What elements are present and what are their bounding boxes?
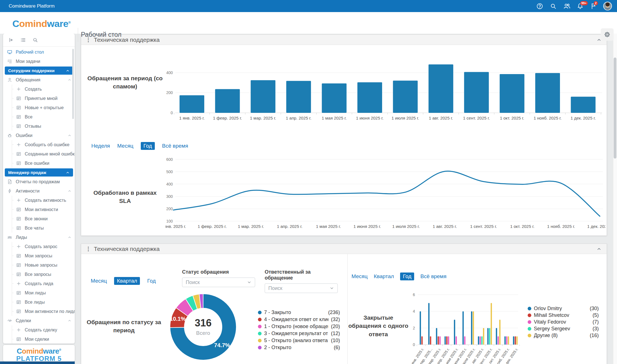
sidebar-child-item[interactable]: Создать	[3, 84, 75, 94]
legend-color-dot	[528, 327, 531, 331]
sidebar-child-item[interactable]: Принятые мной	[3, 94, 75, 103]
user-avatar[interactable]	[603, 2, 612, 10]
sidebar-item-label: Активности	[16, 189, 40, 194]
svg-text:1 апр. 2025 г.: 1 апр. 2025 г.	[286, 116, 311, 120]
filter-option[interactable]: Квартал	[114, 277, 140, 285]
sidebar-child-item[interactable]: Мои запросы	[3, 251, 75, 260]
filter-option[interactable]: Месяц	[351, 273, 368, 280]
flag-icon[interactable]: 2	[590, 2, 598, 10]
plus-icon	[16, 244, 22, 249]
filter-option[interactable]: Год	[141, 142, 155, 150]
collapse-chevron-icon[interactable]	[596, 246, 602, 252]
svg-text:1 июля 2025 г.: 1 июля 2025 г.	[392, 224, 420, 229]
legend-color-dot	[258, 339, 262, 342]
list-icon	[16, 151, 22, 157]
legend-item[interactable]: 1 - Открыто (новое обращение)(20)	[258, 323, 340, 330]
scrollbar-thumb[interactable]	[614, 58, 616, 159]
filter-option[interactable]: Всё время	[420, 273, 446, 280]
sidebar-scrollbar-thumb[interactable]	[72, 49, 74, 119]
sidebar-item-label: Все	[25, 115, 33, 120]
sidebar-child-item[interactable]: Создать запрос	[3, 242, 75, 251]
sidebar-child-item[interactable]: Создать лида	[3, 279, 75, 288]
notifications-bell-icon[interactable]: 99+	[576, 2, 584, 10]
menu-list-icon[interactable]	[20, 37, 26, 43]
sidebar-item-label: Создать лида	[25, 281, 53, 286]
filter-option[interactable]: Год	[400, 273, 414, 280]
filter-option[interactable]: Всё время	[162, 143, 188, 149]
legend-item[interactable]: 5 - Открыто (анализ ответа кли...(10)	[258, 337, 340, 344]
sidebar-child-item[interactable]: Создать активность	[3, 196, 75, 205]
status-filter-select[interactable]: Поиск	[182, 278, 255, 287]
sidebar-child-item[interactable]: Сообщить об ошибке	[3, 140, 75, 149]
sidebar-child-item[interactable]: Мои активности по лидам	[3, 307, 75, 316]
owner-filter-select[interactable]: Поиск	[265, 283, 338, 293]
legend-count: (7)	[593, 319, 599, 325]
main-content: ⋮ Техническая поддержка Обращения за пер…	[79, 34, 617, 364]
drag-handle-icon[interactable]: ⋮	[86, 246, 91, 251]
svg-text:200: 200	[166, 90, 173, 95]
filter-option[interactable]: Месяц	[117, 143, 133, 149]
svg-text:1 янв. 2025 г.: 1 янв. 2025 г.	[179, 116, 205, 120]
legend-item[interactable]: Sergey Sergeev(3)	[528, 325, 599, 332]
svg-text:400: 400	[166, 70, 173, 75]
sidebar-child-item[interactable]: Новые + открытые	[3, 103, 75, 112]
legend-item[interactable]: 4 - Ожидается ответ от клиента(32)	[258, 316, 340, 323]
legend-item[interactable]: 7 - Закрыто(236)	[258, 309, 340, 316]
sidebar-item[interactable]: Рабочий стол	[3, 47, 75, 57]
legend-item[interactable]: Другие (8)(16)	[528, 332, 599, 339]
legend-item[interactable]: Vitaly Fedorov(7)	[528, 319, 599, 325]
sidebar-child-item[interactable]: Создать сделку	[3, 325, 75, 335]
sidebar-role-band[interactable]: Сотрудник поддержки	[3, 66, 75, 75]
svg-text:0: 0	[413, 342, 415, 347]
sidebar-child-item[interactable]: Мои лиды	[3, 288, 75, 297]
sidebar-search-icon[interactable]	[32, 37, 38, 43]
svg-text:1 авг. 2025 г.: 1 авг. 2025 г.	[433, 224, 457, 229]
filter-option[interactable]: Месяц	[91, 278, 107, 284]
svg-text:100: 100	[166, 219, 173, 223]
owner-filter-placeholder: Поиск	[268, 285, 329, 291]
sidebar-child-item[interactable]: Все ошибки	[3, 159, 75, 168]
sidebar-child-item[interactable]: Все чаты	[3, 223, 75, 233]
svg-text:1 нояб. 2025 г.: 1 нояб. 2025 г.	[547, 224, 575, 229]
line-chart-title: Обработано в рамках SLA	[87, 189, 163, 205]
legend-item[interactable]: Mihail Shvetcov(5)	[528, 312, 599, 319]
svg-text:1 дек. 2025 г.: 1 дек. 2025 г.	[587, 224, 605, 229]
search-icon[interactable]	[549, 2, 557, 10]
legend-item[interactable]: Orlov Dmitry(30)	[528, 305, 599, 312]
sidebar-item[interactable]: Обращения	[3, 75, 75, 84]
sidebar-item[interactable]: Сделки	[3, 316, 75, 325]
chevron-down-icon	[329, 285, 335, 291]
sidebar-item[interactable]: Отчеты по продажам	[3, 177, 75, 186]
filter-option[interactable]: Квартал	[374, 273, 394, 280]
collapse-sidebar-icon[interactable]	[8, 37, 14, 43]
sidebar-item[interactable]: Ошибки	[3, 131, 75, 140]
sidebar-child-item[interactable]: Все звонки	[3, 214, 75, 223]
flags-badge: 2	[594, 1, 598, 5]
filter-option[interactable]: Неделя	[91, 143, 110, 149]
svg-text:1 апр. 2025 г.: 1 апр. 2025 г.	[277, 224, 303, 229]
platform-version-label: PLATFORM 5	[3, 355, 75, 362]
sidebar-item[interactable]: Мои задачи	[3, 57, 75, 66]
sidebar-role-band[interactable]: Менеджер продаж	[3, 168, 75, 177]
sidebar-item[interactable]: Лиды	[3, 233, 75, 242]
sidebar-child-item[interactable]: Мои активности	[3, 205, 75, 214]
users-icon[interactable]	[563, 2, 571, 10]
sidebar: Рабочий столМои задачиСотрудник поддержк…	[3, 34, 75, 344]
sidebar-child-item[interactable]: Все	[3, 112, 75, 122]
sidebar-child-item[interactable]: Отзывы	[3, 122, 75, 131]
sidebar-child-item[interactable]: Все лиды	[3, 297, 75, 307]
sidebar-child-item[interactable]: Все запросы	[3, 270, 75, 279]
sidebar-item[interactable]: Активности	[3, 186, 75, 196]
sidebar-child-item[interactable]: Созданные мной ошибки	[3, 149, 75, 159]
comindware-logo[interactable]: Comindware®	[12, 18, 71, 29]
sidebar-item-label: Новые запросы	[25, 263, 57, 268]
filter-option[interactable]: Год	[147, 278, 156, 284]
legend-item[interactable]: 2 - Открыто(6)	[258, 344, 340, 351]
settings-gear-button[interactable]	[601, 28, 614, 41]
widget-title: Техническая поддержка	[94, 246, 160, 252]
legend-item[interactable]: 3 - Ожидается результат от вну...(12)	[258, 330, 340, 337]
list-icon	[16, 123, 22, 129]
sidebar-child-item[interactable]: Новые запросы	[3, 260, 75, 270]
help-icon[interactable]	[536, 2, 544, 10]
sidebar-child-item[interactable]: Мои сделки	[3, 335, 75, 344]
